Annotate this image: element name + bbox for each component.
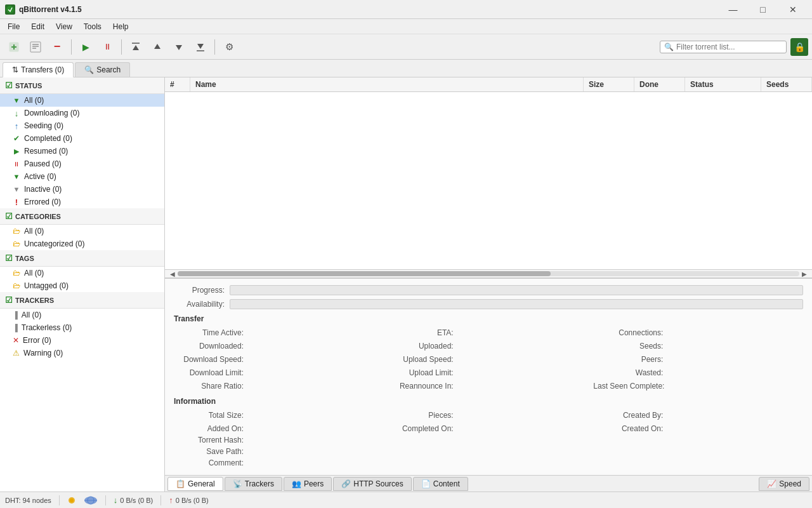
menu-file[interactable]: File [3, 21, 25, 32]
bottom-tab-general[interactable]: 📋 General [167, 477, 223, 491]
menu-view[interactable]: View [51, 21, 77, 32]
pause-button[interactable]: ⏸ [97, 37, 117, 57]
resume-button[interactable]: ▶ [75, 37, 96, 57]
toolbar-separator-3 [214, 39, 215, 55]
sidebar-item-trackerless[interactable]: ▐ Trackerless (0) [0, 321, 164, 334]
dht-nodes-icon-wrap [67, 496, 76, 505]
categories-section-header[interactable]: ☑ CATEGORIES [0, 208, 164, 225]
minimize-button[interactable]: — [719, 0, 747, 19]
svg-marker-10 [154, 44, 160, 49]
pieces-label: Pieces: [384, 411, 454, 420]
sidebar-item-inactive[interactable]: ▼ Inactive (0) [0, 183, 164, 196]
options-button[interactable]: ⚙ [219, 37, 239, 57]
bottom-tab-peers[interactable]: 👥 Peers [284, 477, 332, 491]
tab-search[interactable]: 🔍 Search [75, 62, 130, 77]
sidebar-item-active[interactable]: ▼ Active (0) [0, 170, 164, 183]
down-arrow-icon: ↓ [114, 495, 118, 505]
torrent-table[interactable]: # Name Size Done Status Seeds [165, 77, 812, 269]
add-torrent-button[interactable] [4, 37, 24, 57]
bottom-tab-content[interactable]: 📄 Content [413, 477, 468, 491]
seeds-label: Seeds: [593, 342, 663, 351]
dht-icon [67, 496, 76, 505]
bottom-tab-trackers[interactable]: 📡 Trackers [225, 477, 282, 491]
menu-tools[interactable]: Tools [79, 21, 107, 32]
bottom-tab-speed[interactable]: 📈 Speed [759, 477, 809, 491]
toolbar: − ▶ ⏸ ⚙ 🔍 [0, 34, 812, 60]
svg-marker-11 [176, 45, 182, 50]
menu-help[interactable]: Help [108, 21, 134, 32]
transfers-icon: ⇅ [12, 65, 18, 74]
scroll-left-arrow[interactable]: ◀ [167, 269, 178, 278]
scroll-right-arrow[interactable]: ▶ [799, 269, 809, 278]
information-grid: Total Size: Pieces: Created By: Added On… [174, 410, 803, 434]
trackerless-icon: ▐ [13, 324, 18, 331]
sidebar-item-seeding[interactable]: ↑ Seeding (0) [0, 119, 164, 132]
dl-limit-cell: Download Limit: [174, 367, 384, 378]
toolbar-right: 🔍 🔒 [660, 38, 808, 56]
col-seeds[interactable]: Seeds [761, 77, 812, 91]
detail-panel: Progress: Availability: Transfer Time Ac… [165, 278, 812, 475]
move-down-button[interactable] [169, 37, 189, 57]
col-name[interactable]: Name [190, 77, 584, 91]
pieces-row: Pieces: [384, 410, 594, 421]
dl-limit-label: Download Limit: [174, 368, 244, 377]
sidebar-item-all-trackers[interactable]: ▐ All (0) [0, 309, 164, 321]
sidebar-item-errored[interactable]: ! Errored (0) [0, 196, 164, 208]
svg-point-15 [70, 498, 74, 502]
delete-button[interactable]: − [47, 37, 67, 57]
sidebar-item-uncategorized[interactable]: 🗁 Uncategorized (0) [0, 237, 164, 250]
sidebar-item-all-tags[interactable]: 🗁 All (0) [0, 267, 164, 279]
created-by-row: Created By: [593, 410, 803, 421]
statusbar-sep-1 [59, 495, 60, 505]
col-number: # [165, 77, 190, 91]
share-ratio-cell: Share Ratio: [174, 380, 384, 392]
sidebar-item-all[interactable]: ▼ All (0) [0, 94, 164, 107]
sidebar-item-error-tracker[interactable]: ✕ Error (0) [0, 334, 164, 347]
sidebar-item-warning-tracker[interactable]: ⚠ Warning (0) [0, 347, 164, 359]
col-size[interactable]: Size [584, 77, 634, 91]
status-section-header[interactable]: ☑ STATUS [0, 77, 164, 94]
content-icon: 📄 [421, 479, 431, 488]
close-button[interactable]: ✕ [778, 0, 807, 19]
peers-cell: Peers: [593, 354, 803, 365]
errored-icon: ! [13, 198, 20, 206]
scroll-thumb[interactable] [178, 271, 551, 276]
move-bottom-button[interactable] [190, 37, 211, 57]
sidebar-item-all-categories[interactable]: 🗁 All (0) [0, 225, 164, 237]
col-done[interactable]: Done [634, 77, 685, 91]
tab-transfers[interactable]: ⇅ Transfers (0) [3, 62, 74, 77]
reannounce-label: Reannounce In: [384, 382, 454, 391]
last-seen-cell: Last Seen Complete: [593, 380, 803, 392]
move-top-button[interactable] [126, 37, 146, 57]
resumed-icon: ▶ [13, 147, 20, 155]
lock-icon[interactable]: 🔒 [790, 38, 808, 56]
uploaded-cell: Uploaded: [384, 340, 594, 352]
svg-rect-4 [30, 42, 41, 52]
sidebar-item-downloading[interactable]: ↓ Downloading (0) [0, 107, 164, 119]
sidebar-item-completed[interactable]: ✔ Completed (0) [0, 132, 164, 145]
tags-section-header[interactable]: ☑ TAGS [0, 250, 164, 267]
svg-marker-13 [197, 44, 204, 49]
filter-input[interactable] [676, 43, 778, 51]
created-by-label: Created By: [593, 411, 663, 420]
statusbar: DHT: 94 nodes ↓ 0 B/s (0 B) ↑ 0 B/s (0 B… [0, 491, 812, 508]
menu-edit[interactable]: Edit [26, 21, 49, 32]
col-status[interactable]: Status [685, 77, 761, 91]
scroll-track[interactable] [178, 271, 799, 276]
wasted-cell: Wasted: [593, 367, 803, 378]
move-up-button[interactable] [147, 37, 167, 57]
sidebar-item-resumed[interactable]: ▶ Resumed (0) [0, 145, 164, 157]
menubar: File Edit View Tools Help [0, 19, 812, 34]
trackers-section-header[interactable]: ☑ TRACKERS [0, 292, 164, 309]
sidebar: ☑ STATUS ▼ All (0) ↓ Downloading (0) ↑ S… [0, 77, 165, 491]
content-area: # Name Size Done Status Seeds ◀ ▶ Progre… [165, 77, 812, 491]
add-magnet-button[interactable] [25, 37, 46, 57]
information-title: Information [174, 397, 803, 406]
added-on-label: Added On: [174, 424, 244, 433]
bottom-tab-http-sources[interactable]: 🔗 HTTP Sources [333, 477, 411, 491]
comment-label: Comment: [174, 458, 244, 467]
horizontal-scrollbar[interactable]: ◀ ▶ [165, 269, 812, 278]
sidebar-item-paused[interactable]: ⏸ Paused (0) [0, 157, 164, 170]
maximize-button[interactable]: □ [749, 0, 777, 19]
sidebar-item-untagged[interactable]: 🗁 Untagged (0) [0, 279, 164, 292]
